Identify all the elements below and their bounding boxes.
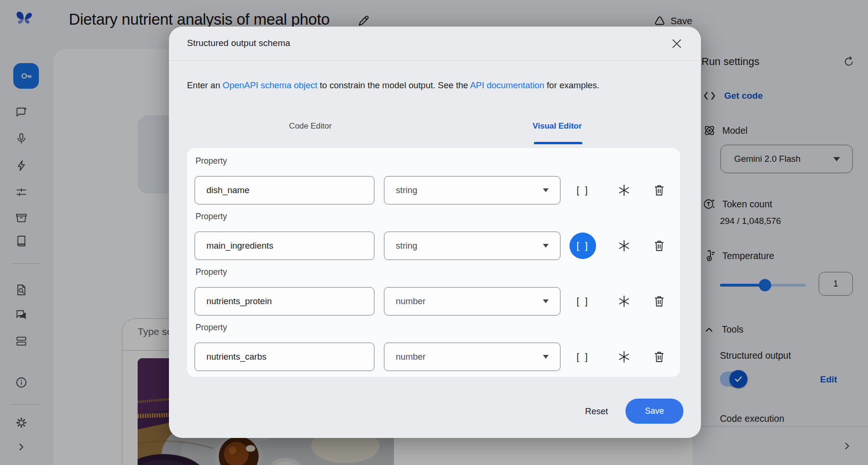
required-asterisk-icon[interactable] [617,295,631,308]
required-asterisk-icon[interactable] [617,184,631,197]
close-icon[interactable] [670,37,684,51]
description-text: for examples. [544,80,599,90]
structured-output-schema-dialog: Structured output schema Enter an OpenAP… [169,27,701,438]
property-name-input[interactable] [195,176,374,205]
array-toggle-button-active[interactable]: [ ] [569,232,596,259]
delete-property-icon[interactable] [653,239,666,252]
dropdown-arrow-icon [543,299,549,303]
property-type-select[interactable]: string [384,176,560,205]
dialog-description: Enter an OpenAPI schema object to constr… [187,80,683,91]
active-tab-underline [534,142,582,144]
dialog-title: Structured output schema [187,38,290,48]
dropdown-arrow-icon [543,244,549,248]
property-row: Property string [ ] [187,156,680,212]
editor-tabs: Code Editor Visual Editor [187,121,681,136]
save-schema-button[interactable]: Save [625,399,683,424]
property-type-select[interactable]: number [384,287,560,316]
property-row: Property string [ ] [187,212,680,267]
property-label: Property [196,156,227,166]
property-name-input[interactable] [195,232,374,260]
property-type-value: string [396,241,417,251]
property-name-input[interactable] [195,343,374,371]
delete-property-icon[interactable] [653,350,666,363]
required-asterisk-icon[interactable] [617,239,631,252]
required-asterisk-icon[interactable] [617,350,631,363]
api-documentation-link[interactable]: API documentation [470,80,544,90]
property-name-input[interactable] [195,287,374,316]
property-type-select[interactable]: string [384,232,560,260]
tab-visual-editor[interactable]: Visual Editor [434,121,681,136]
schema-properties-panel: Property string [ ] Property string [187,148,680,377]
property-row: Property number [ ] [187,323,680,377]
ai-studio-app: Dietary nutrient analysis of meal photo … [0,0,868,465]
property-label: Property [196,323,227,333]
property-type-value: string [396,185,417,195]
delete-property-icon[interactable] [653,184,666,197]
property-label: Property [196,212,227,222]
property-row: Property number [ ] [187,267,680,323]
dropdown-arrow-icon [543,188,549,192]
array-toggle-button[interactable]: [ ] [569,344,596,370]
reset-button[interactable]: Reset [576,404,617,418]
property-type-value: number [396,296,426,307]
description-text: Enter an [187,80,223,90]
property-type-value: number [396,352,426,362]
property-type-select[interactable]: number [384,343,560,371]
property-label: Property [196,267,227,277]
delete-property-icon[interactable] [653,295,666,308]
dialog-header-divider [169,60,701,61]
description-text: to constrain the model output. See the [317,80,470,90]
array-toggle-button[interactable]: [ ] [569,288,596,315]
array-toggle-button[interactable]: [ ] [569,177,596,204]
tab-code-editor[interactable]: Code Editor [187,121,434,136]
openapi-schema-link[interactable]: OpenAPI schema object [223,80,317,90]
dropdown-arrow-icon [543,355,549,359]
